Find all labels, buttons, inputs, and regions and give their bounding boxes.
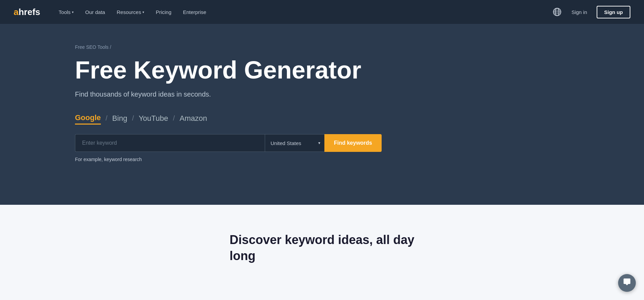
chevron-down-icon: ▾ [72, 10, 74, 14]
separator-1: / [106, 114, 108, 122]
engine-tabs: Google / Bing / YouTube / Amazon [75, 112, 630, 125]
lower-title: Discover keyword ideas, all day long [230, 232, 414, 264]
signin-link[interactable]: Sign in [567, 6, 591, 18]
nav-item-enterprise[interactable]: Enterprise [178, 6, 211, 18]
breadcrumb: Free SEO Tools / [75, 44, 630, 50]
lower-section: Discover keyword ideas, all day long [0, 205, 644, 300]
nav-item-our-data[interactable]: Our data [80, 6, 110, 18]
country-select[interactable]: United States United Kingdom Canada Aust… [265, 134, 324, 152]
separator-2: / [132, 114, 134, 122]
example-keyword: keyword research [104, 157, 142, 162]
navbar: ahrefs Tools ▾ Our data Resources ▾ Pric… [0, 0, 644, 24]
separator-3: / [173, 114, 175, 122]
engine-tab-bing[interactable]: Bing [112, 113, 127, 124]
nav-item-pricing[interactable]: Pricing [151, 6, 176, 18]
nav-links: Tools ▾ Our data Resources ▾ Pricing Ent… [54, 6, 552, 18]
brand-logo[interactable]: ahrefs [14, 7, 40, 17]
engine-tab-amazon[interactable]: Amazon [180, 113, 207, 124]
chat-icon [623, 278, 631, 288]
nav-item-tools[interactable]: Tools ▾ [54, 6, 78, 18]
globe-icon[interactable] [552, 7, 562, 17]
breadcrumb-link[interactable]: Free SEO Tools [75, 44, 110, 50]
logo-hrefs: hrefs [18, 7, 40, 17]
chevron-down-icon: ▾ [142, 10, 144, 14]
chat-bubble-button[interactable] [618, 274, 636, 292]
search-row: United States United Kingdom Canada Aust… [75, 134, 382, 152]
page-title: Free Keyword Generator [75, 57, 382, 84]
engine-tab-youtube[interactable]: YouTube [139, 113, 168, 124]
example-text: For example, keyword research [75, 157, 630, 162]
find-keywords-button[interactable]: Find keywords [324, 134, 382, 152]
lower-content: Discover keyword ideas, all day long [230, 232, 414, 264]
hero-subtitle: Find thousands of keyword ideas in secon… [75, 90, 630, 98]
navbar-right: Sign in Sign up [552, 6, 630, 18]
nav-item-resources[interactable]: Resources ▾ [112, 6, 149, 18]
keyword-input[interactable] [75, 134, 265, 152]
engine-tab-google[interactable]: Google [75, 112, 101, 125]
signup-button[interactable]: Sign up [597, 6, 630, 18]
country-select-wrapper: United States United Kingdom Canada Aust… [265, 134, 324, 152]
hero-section: Free SEO Tools / Free Keyword Generator … [0, 24, 644, 205]
logo-a: a [14, 7, 18, 17]
